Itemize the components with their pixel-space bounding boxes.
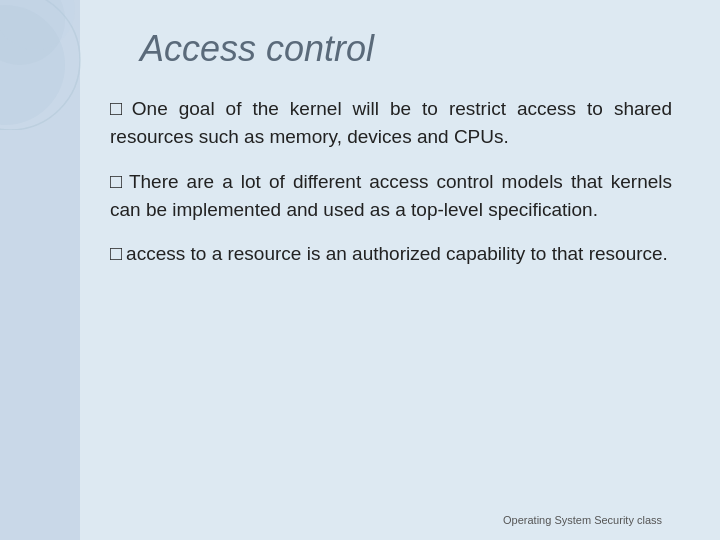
bullet-content-3: access to a resource is an authorized ca… bbox=[126, 243, 668, 264]
bullet-list: □One goal of the kernel will be to restr… bbox=[110, 94, 672, 504]
bullet-marker-2: □ bbox=[110, 170, 125, 192]
bullet-text-3: □access to a resource is an authorized c… bbox=[110, 239, 672, 268]
slide-footer: Operating System Security class bbox=[100, 504, 672, 526]
bullet-item-1: □One goal of the kernel will be to restr… bbox=[110, 94, 672, 151]
bullet-marker-3: □ bbox=[110, 242, 122, 264]
bullet-item-3: □access to a resource is an authorized c… bbox=[110, 239, 672, 268]
slide-content: Access control □One goal of the kernel w… bbox=[0, 0, 720, 540]
bullet-content-2: There are a lot of different access cont… bbox=[110, 171, 672, 220]
bullet-text-1: □One goal of the kernel will be to restr… bbox=[110, 94, 672, 151]
bullet-content-1: One goal of the kernel will be to restri… bbox=[110, 98, 672, 147]
slide-title: Access control bbox=[140, 28, 672, 70]
bullet-text-2: □There are a lot of different access con… bbox=[110, 167, 672, 224]
bullet-item-2: □There are a lot of different access con… bbox=[110, 167, 672, 224]
bullet-marker-1: □ bbox=[110, 97, 128, 119]
footer-text: Operating System Security class bbox=[503, 514, 662, 526]
